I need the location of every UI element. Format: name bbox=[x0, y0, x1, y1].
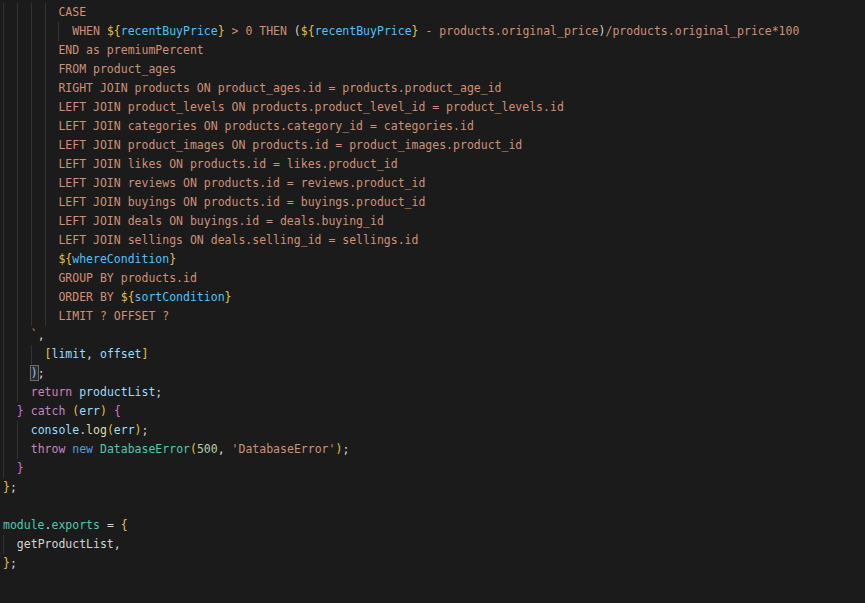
code-line[interactable] bbox=[0, 497, 865, 516]
code-token: , bbox=[38, 328, 45, 342]
code-line[interactable]: END as premiumPercent bbox=[0, 41, 865, 60]
code-line[interactable]: } catch (err) { bbox=[0, 402, 865, 421]
indent-guide bbox=[3, 402, 4, 421]
code-line[interactable]: `, bbox=[0, 326, 865, 345]
code-token: GROUP BY products.id bbox=[58, 271, 196, 285]
indent-guide bbox=[58, 22, 59, 41]
indent-guide bbox=[3, 535, 4, 554]
code-token: ) bbox=[100, 404, 107, 418]
code-line[interactable]: } bbox=[0, 459, 865, 478]
code-line[interactable]: LEFT JOIN deals ON buyings.id = deals.bu… bbox=[0, 212, 865, 231]
code-line[interactable]: LIMIT ? OFFSET ? bbox=[0, 307, 865, 326]
code-token: } bbox=[218, 24, 225, 38]
indent-guide bbox=[3, 117, 4, 136]
code-token: , bbox=[114, 537, 121, 551]
indent-guide bbox=[31, 345, 32, 364]
code-line[interactable]: module.exports = { bbox=[0, 516, 865, 535]
indent-guide bbox=[3, 193, 4, 212]
code-token: } bbox=[169, 252, 176, 266]
indent-guide bbox=[45, 41, 46, 60]
code-line[interactable]: LEFT JOIN product_images ON products.id … bbox=[0, 136, 865, 155]
code-token: catch bbox=[31, 404, 66, 418]
indent-guide bbox=[31, 60, 32, 79]
indent-guide bbox=[3, 98, 4, 117]
code-token: return bbox=[31, 385, 73, 399]
code-line[interactable]: LEFT JOIN likes ON products.id = likes.p… bbox=[0, 155, 865, 174]
code-line[interactable]: RIGHT JOIN products ON product_ages.id =… bbox=[0, 79, 865, 98]
code-line[interactable]: CASE bbox=[0, 3, 865, 22]
code-token: getProductList bbox=[17, 537, 114, 551]
indent-guide bbox=[17, 307, 18, 326]
code-token: DatabaseError bbox=[100, 442, 190, 456]
indent-guide bbox=[3, 22, 4, 41]
code-editor[interactable]: CASE WHEN ${recentBuyPrice} > 0 THEN (${… bbox=[0, 0, 865, 603]
code-token: } bbox=[3, 556, 10, 570]
code-line[interactable]: console.log(err); bbox=[0, 421, 865, 440]
code-token: { bbox=[121, 518, 128, 532]
code-token: new bbox=[72, 442, 93, 456]
indent-guide bbox=[31, 193, 32, 212]
code-token: recentBuyPrice bbox=[121, 24, 218, 38]
indent-guide bbox=[45, 79, 46, 98]
indent-guide bbox=[3, 250, 4, 269]
code-token bbox=[24, 404, 31, 418]
code-token: LEFT JOIN product_levels ON products.pro… bbox=[58, 100, 563, 114]
indent-guide bbox=[31, 269, 32, 288]
code-token: LEFT JOIN deals ON buyings.id = deals.bu… bbox=[58, 214, 383, 228]
indent-whitespace bbox=[3, 461, 17, 475]
indent-guide bbox=[45, 231, 46, 250]
code-line[interactable]: }; bbox=[0, 478, 865, 497]
code-line[interactable]: LEFT JOIN product_levels ON products.pro… bbox=[0, 98, 865, 117]
code-line[interactable]: LEFT JOIN reviews ON products.id = revie… bbox=[0, 174, 865, 193]
indent-guide bbox=[3, 212, 4, 231]
code-line[interactable]: throw new DatabaseError(500, 'DatabaseEr… bbox=[0, 440, 865, 459]
indent-guide bbox=[17, 98, 18, 117]
code-line[interactable]: getProductList, bbox=[0, 535, 865, 554]
indent-guide bbox=[31, 41, 32, 60]
indent-guide bbox=[45, 307, 46, 326]
indent-guide bbox=[3, 421, 4, 440]
code-line[interactable]: GROUP BY products.id bbox=[0, 269, 865, 288]
code-token: ( bbox=[190, 442, 197, 456]
code-line[interactable]: LEFT JOIN categories ON products.categor… bbox=[0, 117, 865, 136]
indent-whitespace bbox=[3, 404, 17, 418]
indent-guide bbox=[17, 269, 18, 288]
code-token: ; bbox=[38, 366, 45, 380]
code-token: ( bbox=[294, 24, 301, 38]
code-token: ] bbox=[142, 347, 149, 361]
indent-guide bbox=[17, 155, 18, 174]
code-line[interactable]: LEFT JOIN sellings ON deals.selling_id =… bbox=[0, 231, 865, 250]
code-line[interactable]: FROM product_ages bbox=[0, 60, 865, 79]
matched-bracket: ) bbox=[31, 366, 38, 380]
code-token: LEFT JOIN categories ON products.categor… bbox=[58, 119, 473, 133]
code-line[interactable]: LEFT JOIN buyings ON products.id = buyin… bbox=[0, 193, 865, 212]
indent-guide bbox=[17, 421, 18, 440]
indent-guide bbox=[45, 288, 46, 307]
code-token: ; bbox=[142, 423, 149, 437]
code-token: console bbox=[31, 423, 79, 437]
code-token: ${ bbox=[107, 24, 121, 38]
code-line[interactable]: [limit, offset] bbox=[0, 345, 865, 364]
indent-guide bbox=[17, 288, 18, 307]
code-token: - products.original_price bbox=[419, 24, 599, 38]
code-line[interactable]: ${whereCondition} bbox=[0, 250, 865, 269]
indent-guide bbox=[3, 459, 4, 478]
code-token: ` bbox=[31, 328, 38, 342]
code-line[interactable]: return productList; bbox=[0, 383, 865, 402]
code-token: LEFT JOIN buyings ON products.id = buyin… bbox=[58, 195, 425, 209]
indent-guide bbox=[31, 307, 32, 326]
code-line[interactable]: ); bbox=[0, 364, 865, 383]
code-token: limit bbox=[51, 347, 86, 361]
code-line[interactable]: WHEN ${recentBuyPrice} > 0 THEN (${recen… bbox=[0, 22, 865, 41]
code-token: , bbox=[86, 347, 100, 361]
indent-guide bbox=[17, 231, 18, 250]
indent-guide bbox=[31, 79, 32, 98]
code-token: recentBuyPrice bbox=[315, 24, 412, 38]
code-token: ORDER BY bbox=[58, 290, 120, 304]
code-token: ; bbox=[342, 442, 349, 456]
code-line[interactable]: }; bbox=[0, 554, 865, 573]
code-line[interactable]: ORDER BY ${sortCondition} bbox=[0, 288, 865, 307]
indent-guide bbox=[3, 345, 4, 364]
indent-guide bbox=[17, 117, 18, 136]
indent-guide bbox=[31, 288, 32, 307]
